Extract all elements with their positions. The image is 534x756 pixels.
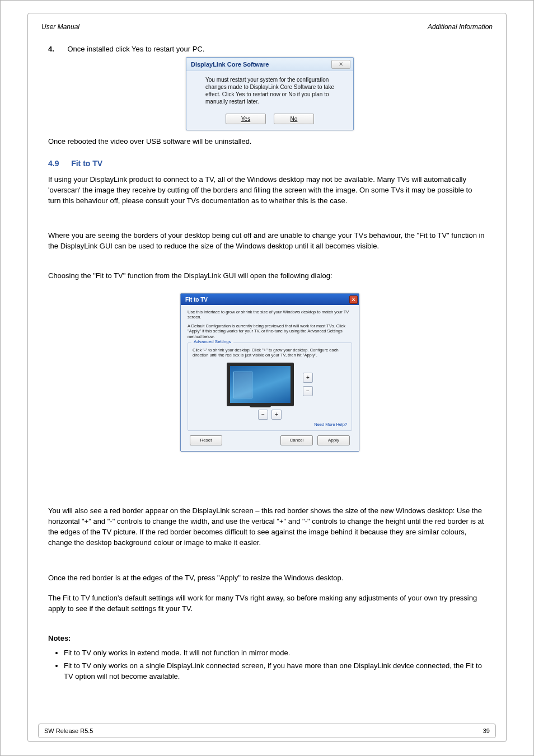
ftv-advanced-title: Advanced Settings bbox=[191, 339, 233, 344]
section-p1: If using your DisplayLink product to con… bbox=[48, 175, 485, 206]
need-more-help-link[interactable]: Need More Help? bbox=[193, 422, 347, 427]
ftv-horizontal-controls: − + bbox=[193, 410, 347, 420]
ftv-advanced-group: Advanced Settings Click "-" to shrink yo… bbox=[188, 342, 352, 431]
section-p2a: Where you are seeing the borders of your… bbox=[48, 231, 485, 252]
restart-dialog-title: DisplayLink Core Software bbox=[191, 61, 269, 68]
notes-list-wrap: Fit to TV only works in extend mode. It … bbox=[53, 648, 484, 684]
note-bullet-2: Fit to TV only works on a single Display… bbox=[64, 661, 484, 682]
ftv-advanced-text: Click "-" to shrink your desktop; Click … bbox=[193, 348, 347, 358]
page: User Manual Additional Information 4. On… bbox=[0, 0, 534, 756]
v-plus-button[interactable]: + bbox=[303, 373, 313, 383]
notes-list: Fit to TV only works in extend mode. It … bbox=[53, 648, 484, 682]
tv-monitor-icon bbox=[227, 363, 294, 406]
below-ftv-p2: Once the red border is at the edges of t… bbox=[48, 573, 485, 584]
restart-dialog-line4: manually restart later. bbox=[205, 98, 343, 105]
restart-dialog: DisplayLink Core Software ✕ You must res… bbox=[186, 57, 354, 130]
ftv-title: Fit to TV bbox=[185, 297, 208, 303]
reset-button[interactable]: Reset bbox=[190, 435, 222, 445]
restart-dialog-line2: changes made to DisplayLink Core Softwar… bbox=[205, 84, 343, 90]
restart-dialog-line1: You must restart your system for the con… bbox=[205, 77, 343, 83]
fit-to-tv-dialog: Fit to TV X Use this interface to grow o… bbox=[180, 293, 359, 452]
ftv-vertical-controls: + − bbox=[303, 373, 313, 396]
footer: SW Release R5.5 39 bbox=[38, 724, 496, 738]
restart-dialog-body: You must restart your system for the con… bbox=[186, 71, 353, 110]
header-right: Additional Information bbox=[428, 23, 493, 31]
step-4-text: Once installed click Yes to restart your… bbox=[67, 45, 204, 53]
section-title: Fit to TV bbox=[71, 159, 102, 168]
ftv-button-bar: Reset Cancel Apply bbox=[188, 431, 352, 445]
step-4: 4. Once installed click Yes to restart y… bbox=[48, 45, 204, 53]
no-button-label: No bbox=[291, 116, 298, 122]
footer-right: 39 bbox=[483, 727, 490, 734]
ftv-body: Use this interface to grow or shrink the… bbox=[181, 305, 359, 451]
after-restart-text: Once rebooted the video over USB softwar… bbox=[48, 137, 474, 147]
section-p2b: Choosing the "Fit to TV" function from t… bbox=[48, 271, 485, 281]
ftv-intro2: A Default Configuration is currently bei… bbox=[188, 323, 352, 339]
ftv-intro1: Use this interface to grow or shrink the… bbox=[188, 309, 352, 320]
section-heading: 4.9 Fit to TV bbox=[48, 158, 474, 170]
no-button[interactable]: No bbox=[274, 114, 314, 124]
ftv-titlebar: Fit to TV X bbox=[181, 294, 359, 305]
section-num: 4.9 bbox=[48, 159, 59, 168]
page-inner: User Manual Additional Information 4. On… bbox=[27, 13, 507, 742]
header-left: User Manual bbox=[41, 23, 79, 31]
restart-dialog-buttons: Yes No bbox=[186, 110, 353, 130]
header: User Manual Additional Information bbox=[38, 19, 496, 35]
h-plus-button[interactable]: + bbox=[271, 410, 282, 420]
yes-button[interactable]: Yes bbox=[226, 114, 266, 124]
yes-button-label: Yes bbox=[241, 116, 250, 122]
footer-left: SW Release R5.5 bbox=[44, 727, 93, 734]
restart-dialog-titlebar: DisplayLink Core Software ✕ bbox=[186, 58, 353, 71]
note-bullet-1: Fit to TV only works in extend mode. It … bbox=[64, 648, 484, 659]
close-icon[interactable]: X bbox=[349, 295, 358, 304]
close-icon[interactable]: ✕ bbox=[331, 60, 350, 69]
step-4-num: 4. bbox=[48, 45, 54, 53]
notes-heading: Notes: bbox=[48, 633, 485, 644]
v-minus-button[interactable]: − bbox=[303, 386, 313, 396]
below-ftv-p3: The Fit to TV function's default setting… bbox=[48, 593, 485, 614]
restart-dialog-line3: effect. Click Yes to restart now or No i… bbox=[205, 91, 343, 97]
cancel-button[interactable]: Cancel bbox=[280, 435, 313, 445]
below-ftv-p1: You will also see a red border appear on… bbox=[48, 506, 485, 548]
tv-monitor-window bbox=[233, 372, 252, 398]
h-minus-button[interactable]: − bbox=[258, 410, 268, 420]
apply-button[interactable]: Apply bbox=[317, 435, 350, 445]
ftv-tv-area: + − bbox=[193, 363, 347, 406]
